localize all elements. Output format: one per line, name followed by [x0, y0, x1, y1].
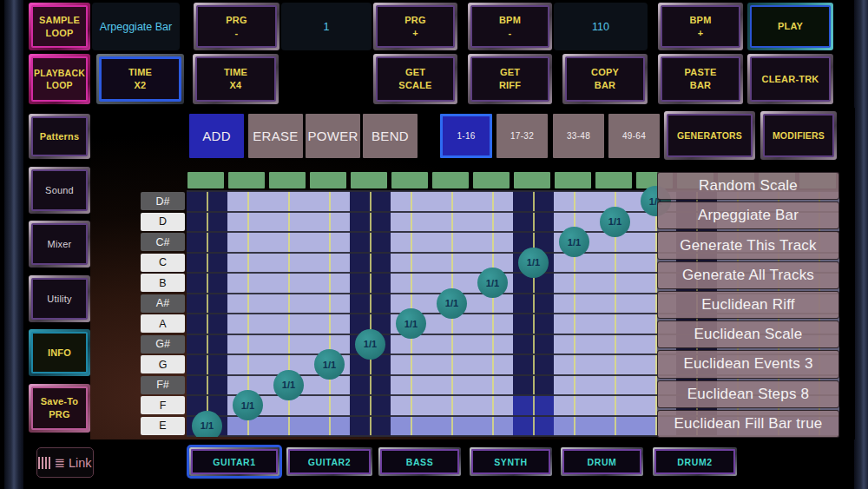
- playback-loop-button[interactable]: PLAYBACKLOOP: [29, 54, 90, 104]
- generator-item-generate-all-tracks[interactable]: Generate All Tracks: [657, 261, 839, 289]
- get-scale-button[interactable]: GETSCALE: [373, 54, 457, 104]
- prg-plus-button[interactable]: PRG+: [373, 3, 457, 50]
- get-riff-button[interactable]: GETRIFF: [468, 54, 552, 104]
- tool-button-bend[interactable]: BEND: [363, 114, 418, 158]
- get-riff-line1: GET: [500, 66, 520, 79]
- note-c-step-9[interactable]: 1/1: [518, 248, 549, 278]
- sequencer-app: SAMPLELOOP Arpeggiate Bar PRG- 1 PRG+ BP…: [0, 0, 868, 489]
- track-tab-label: BASS: [380, 449, 459, 474]
- link-lines-icon: ≣: [54, 456, 65, 469]
- sidebar-item-info[interactable]: INFO: [29, 329, 90, 376]
- note-label-e: E: [141, 417, 185, 435]
- prg-minus-button[interactable]: PRG-: [194, 3, 279, 50]
- copy-bar-line1: COPY: [591, 66, 619, 79]
- tool-button-add[interactable]: ADD: [189, 114, 244, 158]
- generator-item-arpeggiate-bar[interactable]: Arpeggiate Bar: [657, 202, 839, 229]
- generator-item-euclidean-fill-bar-true[interactable]: Euclidean Fill Bar true: [657, 410, 839, 438]
- sidebar-item-mixer[interactable]: Mixer: [29, 221, 90, 268]
- bpm-minus-button[interactable]: BPM-: [468, 3, 552, 50]
- sidebar-item-utility[interactable]: Utility: [29, 275, 90, 322]
- track-tab-guitar2[interactable]: GUITAR2: [286, 447, 372, 476]
- get-riff-line2: RIFF: [499, 79, 521, 92]
- sidebar-item-sound[interactable]: Sound: [29, 167, 90, 214]
- step-header-bar[interactable]: [310, 172, 346, 188]
- time-x2-button[interactable]: TIMEX2: [96, 54, 184, 104]
- step-header-bar[interactable]: [555, 172, 591, 188]
- link-bars-icon: [38, 457, 50, 469]
- sample-loop-line1: SAMPLE: [39, 14, 80, 27]
- step-header-bar[interactable]: [473, 172, 510, 188]
- clear-trk-label: CLEAR-TRK: [750, 56, 831, 102]
- note-label-b: B: [141, 274, 185, 292]
- note-gs-step-5[interactable]: 1/1: [355, 329, 385, 360]
- note-d-step-11[interactable]: 1/1: [600, 207, 630, 237]
- sidebar-item-label: Sound: [31, 169, 88, 211]
- prg-value-display: 1: [281, 3, 372, 50]
- note-label-fs: F#: [141, 376, 185, 394]
- page-tab-33-48[interactable]: 33-48: [553, 114, 604, 158]
- sidebar-item-patterns[interactable]: Patterns: [29, 114, 90, 159]
- play-label: PLAY: [750, 5, 831, 48]
- bpm-plus-line2: +: [698, 27, 704, 40]
- time-x4-button[interactable]: TIMEX4: [193, 54, 279, 104]
- tool-button-power[interactable]: POWER: [306, 114, 360, 158]
- play-button[interactable]: PLAY: [747, 3, 833, 50]
- note-label-cs: C#: [141, 233, 185, 251]
- note-label-as: A#: [141, 294, 185, 313]
- prg-plus-line2: +: [412, 27, 418, 40]
- sidebar-item-label: Save-ToPRG: [31, 387, 88, 430]
- bpm-plus-button[interactable]: BPM+: [658, 3, 743, 50]
- generator-item-euclidean-events-3[interactable]: Euclidean Events 3: [657, 350, 839, 378]
- time-x2-line2: X2: [135, 79, 147, 92]
- generator-item-random-scale[interactable]: Random Scale: [657, 172, 839, 200]
- link-label: Link: [69, 456, 92, 470]
- sidebar-item-save-to-prg[interactable]: Save-ToPRG: [29, 384, 90, 433]
- sidebar-item-label: Patterns: [31, 116, 88, 156]
- page-tab-49-64[interactable]: 49-64: [608, 114, 660, 158]
- step-header-bar[interactable]: [228, 172, 265, 188]
- note-label-g: G: [141, 355, 185, 373]
- tool-button-erase[interactable]: ERASE: [248, 114, 303, 158]
- step-header-bar[interactable]: [391, 172, 428, 188]
- track-tab-drum2[interactable]: DRUM2: [653, 447, 737, 476]
- note-label-a: A: [141, 314, 185, 333]
- sample-loop-button[interactable]: SAMPLELOOP: [29, 3, 90, 50]
- generator-item-euclidean-riff[interactable]: Euclidean Riff: [657, 291, 839, 319]
- step-header-bar[interactable]: [187, 172, 224, 188]
- track-tab-guitar1[interactable]: GUITAR1: [189, 447, 279, 476]
- track-tab-label: GUITAR1: [191, 449, 278, 474]
- time-x4-line2: X4: [230, 79, 242, 92]
- generator-panel: Random ScaleArpeggiate BarGenerate This …: [657, 172, 839, 438]
- bpm-value-display: 110: [554, 3, 648, 50]
- prg-minus-line1: PRG: [226, 14, 247, 27]
- generator-item-euclidean-scale[interactable]: Euclidean Scale: [657, 320, 839, 348]
- page-tab-1-16[interactable]: 1-16: [440, 114, 492, 158]
- page-tab-17-32[interactable]: 17-32: [496, 114, 548, 158]
- note-e-step-1[interactable]: 1/1: [192, 411, 222, 437]
- step-header-bar[interactable]: [351, 172, 387, 188]
- step-header-bar[interactable]: [595, 172, 632, 188]
- copy-bar-button[interactable]: COPYBAR: [562, 54, 648, 104]
- track-tab-drum[interactable]: DRUM: [561, 447, 643, 476]
- track-tab-synth[interactable]: SYNTH: [470, 447, 552, 476]
- note-as-step-7[interactable]: 1/1: [437, 288, 467, 319]
- ableton-link-button[interactable]: ≣ Link: [36, 447, 94, 478]
- program-name-display: Arpeggiate Bar: [92, 3, 180, 50]
- clear-trk-button[interactable]: CLEAR-TRK: [747, 54, 833, 104]
- track-tab-bass[interactable]: BASS: [378, 447, 461, 476]
- paste-bar-line1: PASTE: [685, 66, 717, 79]
- generator-item-generate-this-track[interactable]: Generate This Track: [657, 231, 839, 259]
- note-fs-step-3[interactable]: 1/1: [273, 370, 304, 400]
- left-edge-rail: [4, 0, 23, 489]
- step-header-bar[interactable]: [514, 172, 550, 188]
- step-header-bar[interactable]: [269, 172, 306, 188]
- note-label-ds: D#: [141, 192, 185, 210]
- step-header-bar[interactable]: [432, 172, 469, 188]
- paste-bar-button[interactable]: PASTEBAR: [658, 54, 743, 104]
- sidebar-item-label: Mixer: [31, 223, 88, 265]
- sidebar-item-label: INFO: [31, 332, 88, 373]
- modifiers-button[interactable]: MODIFIERS: [760, 111, 837, 160]
- sample-loop-line2: LOOP: [46, 27, 74, 40]
- generators-button[interactable]: GENERATORS: [664, 111, 755, 160]
- generator-item-euclidean-steps-8[interactable]: Euclidean Steps 8: [657, 380, 839, 408]
